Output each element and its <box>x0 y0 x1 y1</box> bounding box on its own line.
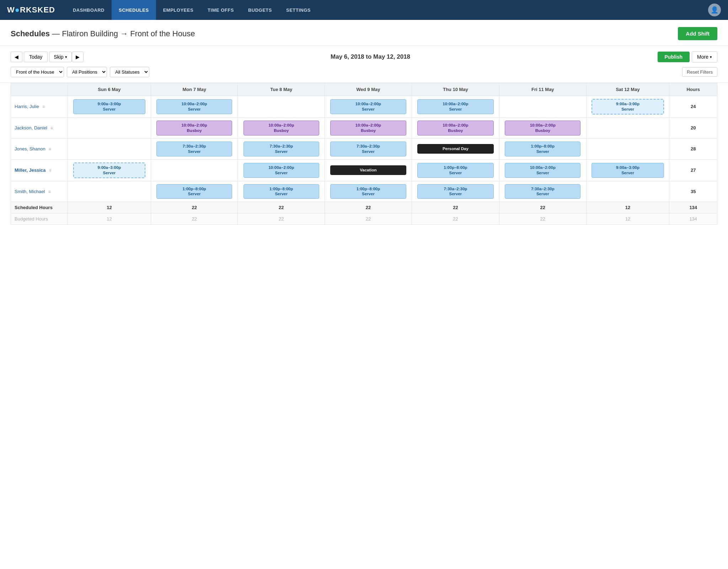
main-content: Schedules — Flatiron Building → Front of… <box>0 20 728 569</box>
shift-block[interactable]: Personal Day <box>417 144 494 154</box>
scheduled-hours-value: 22 <box>238 202 325 213</box>
employee-name-link[interactable]: Smith, Michael <box>15 189 45 194</box>
shift-cell: 10:00a–2:00pBusboy <box>325 117 412 138</box>
shift-block[interactable]: 10:00a–2:00pServer <box>243 163 319 178</box>
add-shift-button[interactable]: Add Shift <box>678 27 717 40</box>
table-row: Jones, Shanon ≡7:30a–2:30pServer7:30a–2:… <box>11 138 717 159</box>
budgeted-hours-value: 22 <box>499 213 586 225</box>
shift-cell: 9:00a–3:00pServer <box>68 96 151 118</box>
shift-block[interactable]: 10:00a–2:00pBusboy <box>417 121 494 135</box>
shift-block[interactable]: 9:00a–3:00pServer <box>73 99 145 114</box>
shift-block[interactable]: 9:00a–3:00pServer <box>592 163 664 178</box>
shift-block[interactable]: 10:00a–2:00pServer <box>330 99 406 114</box>
shift-cell: 10:00a–2:00pServer <box>499 159 586 181</box>
controls-row2: Front of the House All Positions All Sta… <box>11 67 717 77</box>
employee-name-cell: Miller, Jessica ≡ <box>11 159 68 181</box>
shift-cell <box>499 96 586 118</box>
nav-settings[interactable]: SETTINGS <box>279 0 318 20</box>
today-button[interactable]: Today <box>24 52 48 62</box>
more-button[interactable]: More <box>692 51 717 63</box>
shift-cell: 9:00a–3:00pServer <box>68 159 151 181</box>
shift-cell <box>68 138 151 159</box>
shift-block[interactable]: 1:00p–8:00pServer <box>330 184 406 199</box>
shift-cell: 10:00a–2:00pBusboy <box>412 117 499 138</box>
statuses-filter[interactable]: All Statuses <box>110 67 149 77</box>
shift-cell: 10:00a–2:00pServer <box>151 96 238 118</box>
shift-block[interactable]: 1:00p–8:00pServer <box>417 163 494 178</box>
employee-name-cell: Jones, Shanon ≡ <box>11 138 68 159</box>
location-filter[interactable]: Front of the House <box>11 67 64 77</box>
table-row: Miller, Jessica ≡9:00a–3:00pServer10:00a… <box>11 159 717 181</box>
nav-dashboard[interactable]: DASHBOARD <box>66 0 112 20</box>
shift-block[interactable]: 7:30a–2:30pServer <box>330 142 406 156</box>
reset-filters-button[interactable]: Reset Filters <box>682 67 717 77</box>
col-header-fri: Fri 11 May <box>499 83 586 96</box>
shift-block[interactable]: 10:00a–2:00pBusboy <box>243 121 319 135</box>
scheduled-hours-value: 12 <box>68 202 151 213</box>
shift-block[interactable]: 1:00p–8:00pServer <box>243 184 319 199</box>
nav-schedules[interactable]: SCHEDULES <box>112 0 156 20</box>
shift-block[interactable]: 10:00a–2:00pBusboy <box>505 121 580 135</box>
employee-name-link[interactable]: Jackson, Daniel <box>15 125 47 131</box>
nav-budgets[interactable]: BUDGETS <box>241 0 279 20</box>
budgeted-hours-row: Budgeted Hours12222222222212134 <box>11 213 717 225</box>
shift-cell: 9:00a–3:00pServer <box>586 96 669 118</box>
drag-handle-icon: ≡ <box>41 104 45 109</box>
col-header-wed: Wed 9 May <box>325 83 412 96</box>
shift-cell: 1:00p–8:00pServer <box>325 181 412 202</box>
shift-cell: 7:30a–2:30pServer <box>499 181 586 202</box>
skip-button[interactable]: Skip <box>49 52 71 62</box>
scheduled-hours-value: 134 <box>669 202 717 213</box>
shift-block[interactable]: 10:00a–2:00pServer <box>505 163 580 178</box>
avatar[interactable]: 👤 <box>708 4 721 16</box>
hours-cell: 20 <box>669 117 717 138</box>
page-title-bold: Schedules <box>11 29 50 38</box>
next-button[interactable]: ▶ <box>72 52 84 62</box>
col-header-thu: Thu 10 May <box>412 83 499 96</box>
prev-button[interactable]: ◀ <box>11 52 22 62</box>
shift-cell: 10:00a–2:00pBusboy <box>238 117 325 138</box>
page-header: Schedules — Flatiron Building → Front of… <box>0 20 728 46</box>
schedule-section: Sun 6 May Mon 7 May Tue 8 May Wed 9 May … <box>0 83 728 232</box>
publish-button[interactable]: Publish <box>658 52 690 62</box>
budgeted-hours-label: Budgeted Hours <box>11 213 68 225</box>
drag-handle-icon: ≡ <box>47 189 50 194</box>
employee-name-link[interactable]: Jones, Shanon <box>15 146 46 151</box>
schedule-controls: ◀ Today Skip ▶ May 6, 2018 to May 12, 20… <box>0 46 728 83</box>
drag-handle-icon: ≡ <box>48 147 51 151</box>
employee-name-link[interactable]: Harris, Julie <box>15 104 39 109</box>
shift-cell <box>238 96 325 118</box>
scheduled-hours-value: 12 <box>586 202 669 213</box>
navbar: W●RKSKED DASHBOARD SCHEDULES EMPLOYEES T… <box>0 0 728 20</box>
budgeted-hours-value: 22 <box>412 213 499 225</box>
positions-filter[interactable]: All Positions <box>67 67 107 77</box>
shift-block[interactable]: 9:00a–3:00pServer <box>73 163 145 178</box>
shift-block[interactable]: 10:00a–2:00pServer <box>156 99 232 114</box>
drag-handle-icon: ≡ <box>49 126 53 131</box>
hours-cell: 28 <box>669 138 717 159</box>
shift-block[interactable]: 7:30a–2:30pServer <box>505 184 580 199</box>
shift-block[interactable]: 1:00p–8:00pServer <box>156 184 232 199</box>
shift-block[interactable]: Vacation <box>330 165 406 175</box>
table-row: Harris, Julie ≡9:00a–3:00pServer10:00a–2… <box>11 96 717 118</box>
shift-block[interactable]: 10:00a–2:00pServer <box>417 99 494 114</box>
shift-block[interactable]: 7:30a–2:30pServer <box>156 142 232 156</box>
employee-name-link[interactable]: Miller, Jessica <box>15 167 46 173</box>
scheduled-hours-value: 22 <box>325 202 412 213</box>
date-range: May 6, 2018 to May 12, 2018 <box>84 53 658 60</box>
shift-block[interactable]: 10:00a–2:00pBusboy <box>330 121 406 135</box>
shift-block[interactable]: 10:00a–2:00pBusboy <box>156 121 232 135</box>
main-nav: DASHBOARD SCHEDULES EMPLOYEES TIME OFFS … <box>66 0 708 20</box>
shift-block[interactable]: 9:00a–3:00pServer <box>592 99 664 115</box>
nav-employees[interactable]: EMPLOYEES <box>156 0 200 20</box>
shift-block[interactable]: 7:30a–2:30pServer <box>243 142 319 156</box>
nav-timeoffs[interactable]: TIME OFFS <box>200 0 241 20</box>
shift-cell <box>151 159 238 181</box>
col-header-hours: Hours <box>669 83 717 96</box>
shift-block[interactable]: 7:30a–2:30pServer <box>417 184 494 199</box>
table-row: Jackson, Daniel ≡10:00a–2:00pBusboy10:00… <box>11 117 717 138</box>
budgeted-hours-value: 134 <box>669 213 717 225</box>
shift-cell: 7:30a–2:30pServer <box>238 138 325 159</box>
logo: W●RKSKED <box>7 5 55 15</box>
shift-block[interactable]: 1:00p–8:00pServer <box>505 142 580 156</box>
